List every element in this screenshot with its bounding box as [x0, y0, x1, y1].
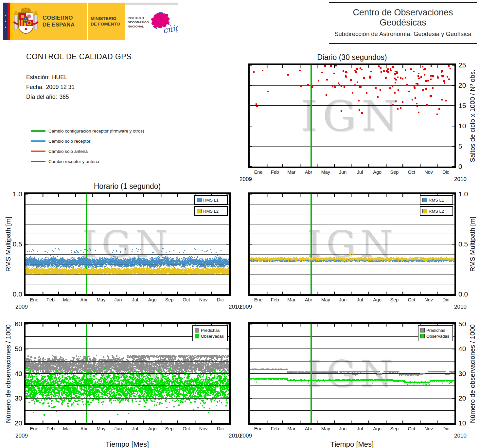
- x-tick-month-label: May: [318, 170, 333, 175]
- x-tick-month-label: Oct: [179, 426, 194, 431]
- x-tick-month-label: Dic: [213, 426, 228, 431]
- gobierno-text: GOBIERNO DE ESPAÑA: [43, 14, 75, 28]
- purple-line-swatch: [31, 161, 45, 162]
- plot-canvas: [26, 324, 229, 423]
- x-tick-month-label: Feb: [267, 297, 283, 302]
- legend-label: Cambio sólo receptor: [48, 139, 90, 144]
- x-tick-month-label: May: [318, 297, 333, 302]
- x-tick-month-label: May: [93, 297, 109, 302]
- x-tick-month-label: Feb: [267, 170, 283, 175]
- x-tick-month-label: Ago: [145, 426, 160, 431]
- chart-diario-rms-multipath: IGN RMS L1RMS L2 0.00.51.0 RMS Multipath…: [248, 192, 456, 296]
- gobierno-box: GOBIERNO DE ESPAÑA: [13, 3, 87, 40]
- x-tick-month-label: Abr: [76, 426, 92, 431]
- x-tick-month-label: Abr: [76, 297, 92, 302]
- x-tick-month-label: Jul: [352, 170, 368, 175]
- legend-row-config-change: Cambio configuración receptor (firmware …: [31, 128, 144, 134]
- x-axis-year-right: 2010: [450, 176, 471, 183]
- x-tick-month-label: Oct: [404, 426, 419, 431]
- x-tick-month-label: Nov: [196, 426, 211, 431]
- eu-flag-stars-icon: ★★★: [3, 3, 8, 40]
- x-tick-month-label: Ene: [251, 297, 266, 302]
- x-axis-label: Tiempo [Mes]: [26, 440, 229, 448]
- chart-title: Horario (1 segundo): [26, 182, 229, 191]
- instituto-geografico-text: INSTITUTO GEOGRÁFICO NACIONAL: [128, 16, 149, 28]
- chart-horario-rms-multipath: Horario (1 segundo) IGN RMS L1RMS L2 0.0…: [24, 192, 231, 296]
- x-axis-label: Tiempo [Mes]: [250, 440, 454, 448]
- x-axis-month-labels: EneFebMarAbrMayJunJulAgoSepOctNovDic: [26, 297, 229, 303]
- x-tick-month-label: Nov: [421, 297, 436, 302]
- government-logo-block: ★★★: [3, 3, 178, 40]
- x-tick-month-label: Ago: [145, 297, 160, 302]
- chart-horario-observaciones: IGN PredichasObservadas 2030405060 Númer…: [24, 322, 231, 425]
- flag-yellow-stripe: [10, 3, 13, 40]
- x-tick-month-label: Nov: [421, 426, 436, 431]
- blue-line-swatch: [31, 140, 45, 142]
- legend-row-receiver-antenna-change: Cambio receptor y antena: [31, 158, 99, 165]
- cnig-logo-icon: cnig: [147, 10, 178, 36]
- x-axis-year-right: 2010: [450, 304, 471, 310]
- x-tick-month-label: Dic: [438, 170, 453, 175]
- center-subtitle: Subdirección de Astronomía, Geodesia y G…: [329, 30, 477, 38]
- x-tick-month-label: Jun: [110, 297, 126, 302]
- x-tick-month-label: Jun: [335, 426, 351, 431]
- y-axis-label: RMS Multipath [m]: [5, 194, 12, 294]
- x-tick-month-label: Nov: [196, 297, 211, 302]
- report-title: CONTROL DE CALIDAD GPS: [26, 52, 132, 61]
- x-tick-month-label: Sep: [162, 426, 177, 431]
- ministerio-box: MINISTERIO DE FOMENTO: [88, 3, 125, 40]
- x-tick-month-label: Jul: [352, 426, 368, 431]
- x-tick-month-label: Mar: [59, 297, 75, 302]
- x-tick-month-label: Ago: [369, 170, 385, 175]
- x-tick-month-label: Oct: [404, 297, 419, 302]
- legend-row-receiver-change: Cambio sólo receptor: [31, 138, 90, 144]
- x-tick-month-label: Jul: [127, 426, 143, 431]
- x-tick-month-label: Abr: [301, 170, 316, 175]
- flag-red-stripe: [8, 3, 10, 40]
- x-axis-month-labels: EneFebMarAbrMayJunJulAgoSepOctNovDic: [250, 170, 454, 175]
- x-tick-month-label: Sep: [386, 297, 402, 302]
- y-axis-label: Número de observaciones / 1000: [469, 324, 476, 423]
- x-tick-month-label: Jul: [352, 297, 368, 302]
- plot-canvas: [250, 65, 454, 167]
- x-tick-month-label: Feb: [43, 426, 59, 431]
- x-tick-month-label: Sep: [386, 426, 402, 431]
- x-tick-month-label: Mar: [59, 426, 75, 431]
- gray-bar: [125, 3, 178, 5]
- x-tick-month-label: Ago: [369, 297, 385, 302]
- x-tick-month-label: Jun: [335, 297, 351, 302]
- date-row: Fecha:2009 12 31: [26, 84, 75, 91]
- x-tick-month-label: Nov: [421, 170, 436, 175]
- spain-eu-flag-strip: ★★★: [3, 3, 13, 40]
- x-tick-month-label: Jul: [127, 297, 143, 302]
- x-tick-month-label: Sep: [162, 297, 177, 302]
- legend-row-antenna-change: Cambio sólo antena: [31, 148, 88, 154]
- x-tick-month-label: Ene: [251, 426, 266, 431]
- x-tick-month-label: Mar: [284, 426, 299, 431]
- center-header: Centro de Observaciones Geodésicas Subdi…: [329, 2, 477, 44]
- x-tick-month-label: Ene: [26, 426, 42, 431]
- x-axis-year-left: 2009: [11, 433, 32, 439]
- spain-coat-of-arms-icon: [13, 6, 39, 37]
- green-line-swatch: [31, 130, 45, 132]
- x-axis-year-left: 2009: [235, 304, 256, 310]
- chart-diario-saltos-ciclo: Diario (30 segundos) IGN 0510152025 Salt…: [248, 63, 456, 168]
- station-value: HUEL: [52, 74, 67, 81]
- day-of-year-row: Día del año:365: [26, 94, 69, 100]
- plot-canvas: [250, 194, 454, 294]
- plot-canvas: [250, 324, 454, 423]
- ministerio-text: MINISTERIO DE FOMENTO: [91, 16, 120, 27]
- y-axis-label: Saltos de ciclo x 1000 / Nº obs.: [469, 65, 476, 167]
- chart-diario-observaciones: IGN PredichasObservadas 1020304050 Númer…: [248, 322, 456, 425]
- x-axis-month-labels: EneFebMarAbrMayJunJulAgoSepOctNovDic: [250, 297, 454, 303]
- x-tick-month-label: May: [93, 426, 109, 431]
- y-axis-label: RMS Multipath [m]: [469, 194, 476, 294]
- page: ★★★: [0, 0, 479, 448]
- x-axis-month-labels: EneFebMarAbrMayJunJulAgoSepOctNovDic: [26, 426, 229, 432]
- x-axis-year-left: 2009: [235, 176, 256, 183]
- plot-canvas: [26, 194, 229, 294]
- x-tick-month-label: Ene: [26, 297, 42, 302]
- x-tick-month-label: Oct: [179, 297, 194, 302]
- x-tick-month-label: Jun: [110, 426, 126, 431]
- x-tick-month-label: Dic: [438, 297, 453, 302]
